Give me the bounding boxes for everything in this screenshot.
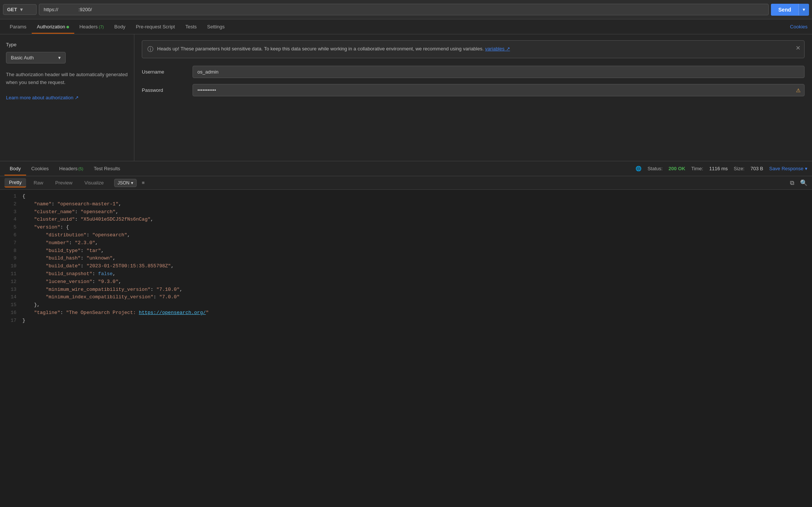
pretty-button[interactable]: Pretty	[4, 178, 26, 187]
app-container: GET ▾ Send ▾ Params Authorization Header…	[0, 0, 812, 507]
preview-button[interactable]: Preview	[51, 178, 77, 187]
send-btn-group: Send ▾	[771, 4, 809, 16]
line-number: 4	[4, 216, 16, 224]
raw-button[interactable]: Raw	[29, 178, 48, 187]
resp-tab-test-results[interactable]: Test Results	[88, 162, 125, 175]
line-number: 12	[4, 278, 16, 286]
type-chevron-icon: ▾	[58, 55, 61, 60]
cookies-link[interactable]: Cookies	[790, 24, 808, 29]
code-line: 15 },	[0, 301, 812, 309]
url-input[interactable]	[39, 4, 769, 15]
code-line: 16 "tagline": "The OpenSearch Project: h…	[0, 309, 812, 317]
code-line: 8 "build_type": "tar",	[0, 247, 812, 255]
code-line: 13 "minimum_wire_compatibility_version":…	[0, 286, 812, 294]
code-line: 12 "lucene_version": "9.3.0",	[0, 278, 812, 286]
code-text: "version": {	[22, 224, 808, 231]
line-number: 7	[4, 239, 16, 247]
tab-authorization[interactable]: Authorization	[32, 20, 74, 33]
tab-prerequest[interactable]: Pre-request Script	[131, 20, 180, 33]
password-row: Password ⚠	[142, 84, 805, 96]
send-arrow-button[interactable]: ▾	[799, 4, 809, 15]
line-number: 16	[4, 309, 16, 317]
password-label: Password	[142, 87, 187, 93]
type-label: Type	[6, 42, 128, 47]
code-text: }	[22, 317, 808, 325]
status-label: Status:	[647, 166, 662, 171]
tab-settings[interactable]: Settings	[202, 20, 230, 33]
code-line: 17}	[0, 317, 812, 325]
line-number: 1	[4, 193, 16, 200]
code-text: "minimum_wire_compatibility_version": "7…	[22, 286, 808, 294]
tab-params[interactable]: Params	[4, 20, 32, 33]
banner-text: Heads up! These parameters hold sensitiv…	[157, 45, 510, 53]
resp-tab-cookies[interactable]: Cookies	[26, 162, 54, 175]
variables-link[interactable]: variables ↗	[485, 46, 510, 52]
resp-tab-body[interactable]: Body	[4, 162, 26, 175]
copy-icon[interactable]: ⧉	[790, 180, 794, 186]
format-chevron-icon: ▾	[131, 180, 133, 186]
format-select[interactable]: JSON ▾	[114, 179, 137, 187]
auth-panels: Type Basic Auth ▾ The authorization head…	[0, 34, 812, 161]
line-number: 10	[4, 262, 16, 270]
code-line: 10 "build_date": "2023-01-25T00:15:35.85…	[0, 262, 812, 270]
auth-active-dot	[66, 26, 69, 28]
method-chevron-icon: ▾	[20, 7, 23, 12]
code-toolbar: Pretty Raw Preview Visualize JSON ▾ ≡ ⧉ …	[0, 176, 812, 190]
line-number: 5	[4, 224, 16, 231]
code-line: 1{	[0, 193, 812, 200]
method-label: GET	[7, 7, 17, 12]
search-icon[interactable]: 🔍	[800, 179, 808, 186]
size-value: 703 B	[750, 166, 763, 171]
response-tabs: Body Cookies Headers(5) Test Results 🌐 S…	[0, 161, 812, 176]
code-line: 9 "build_hash": "unknown",	[0, 255, 812, 262]
type-value: Basic Auth	[11, 55, 34, 60]
tab-body[interactable]: Body	[109, 20, 131, 33]
time-label: Time:	[691, 166, 703, 171]
send-button[interactable]: Send	[771, 4, 799, 16]
auth-left-panel: Type Basic Auth ▾ The authorization head…	[0, 34, 134, 161]
code-line: 3 "cluster_name": "opensearch",	[0, 208, 812, 216]
code-line: 14 "minimum_index_compatibility_version"…	[0, 293, 812, 301]
code-text: "cluster_name": "opensearch",	[22, 208, 808, 216]
response-section: Body Cookies Headers(5) Test Results 🌐 S…	[0, 161, 812, 507]
filter-icon[interactable]: ≡	[142, 180, 145, 186]
code-line: 4 "cluster_uuid": "X5uU401eSDCJ52fNs6nCa…	[0, 216, 812, 224]
code-text: "lucene_version": "9.3.0",	[22, 278, 808, 286]
line-number: 15	[4, 301, 16, 309]
auth-description: The authorization header will be automat…	[6, 71, 128, 102]
info-icon: ⓘ	[147, 46, 153, 53]
password-input[interactable]	[193, 84, 805, 96]
code-text: "distribution": "opensearch",	[22, 231, 808, 239]
username-input[interactable]	[193, 66, 805, 78]
save-response-button[interactable]: Save Response ▾	[769, 166, 808, 171]
code-text: "build_type": "tar",	[22, 247, 808, 255]
banner-close-button[interactable]: ✕	[796, 44, 800, 52]
tab-tests[interactable]: Tests	[180, 20, 202, 33]
code-line: 7 "number": "2.3.0",	[0, 239, 812, 247]
code-line: 6 "distribution": "opensearch",	[0, 231, 812, 239]
save-response-chevron-icon: ▾	[805, 166, 808, 171]
code-area[interactable]: 1{2 "name": "opensearch-master-1",3 "clu…	[0, 190, 812, 507]
code-text: "name": "opensearch-master-1",	[22, 200, 808, 208]
request-tabs: Params Authorization Headers(7) Body Pre…	[0, 19, 812, 34]
response-status: 🌐 Status: 200 OK Time: 1116 ms Size: 703…	[635, 166, 808, 171]
auth-section: Type Basic Auth ▾ The authorization head…	[0, 34, 812, 161]
line-number: 8	[4, 247, 16, 255]
learn-more-link[interactable]: Learn more about authorization ↗	[6, 95, 79, 100]
line-number: 3	[4, 208, 16, 216]
type-select[interactable]: Basic Auth ▾	[6, 52, 66, 63]
code-text: "cluster_uuid": "X5uU401eSDCJ52fNs6nCag"…	[22, 216, 808, 224]
line-number: 17	[4, 317, 16, 325]
line-number: 2	[4, 200, 16, 208]
code-line: 5 "version": {	[0, 224, 812, 231]
method-select[interactable]: GET ▾	[3, 4, 37, 15]
code-text: "tagline": "The OpenSearch Project: http…	[22, 309, 808, 317]
tab-headers[interactable]: Headers(7)	[74, 20, 109, 33]
password-field-wrap: ⚠	[193, 84, 805, 96]
visualize-button[interactable]: Visualize	[80, 178, 108, 187]
resp-tab-headers[interactable]: Headers(5)	[54, 162, 89, 175]
info-banner: ⓘ Heads up! These parameters hold sensit…	[142, 40, 805, 58]
code-text: "number": "2.3.0",	[22, 239, 808, 247]
size-label: Size:	[734, 166, 744, 171]
url-bar: GET ▾ Send ▾	[0, 0, 812, 19]
